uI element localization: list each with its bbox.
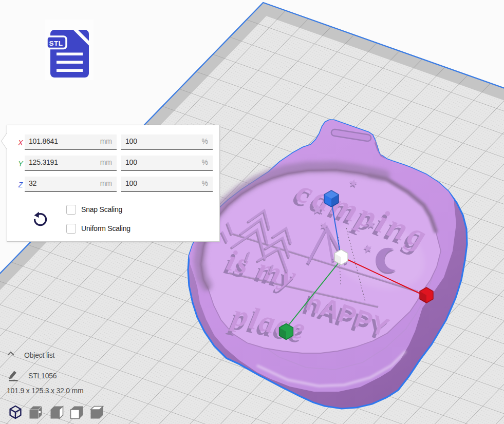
svg-text:STL: STL <box>49 40 63 47</box>
